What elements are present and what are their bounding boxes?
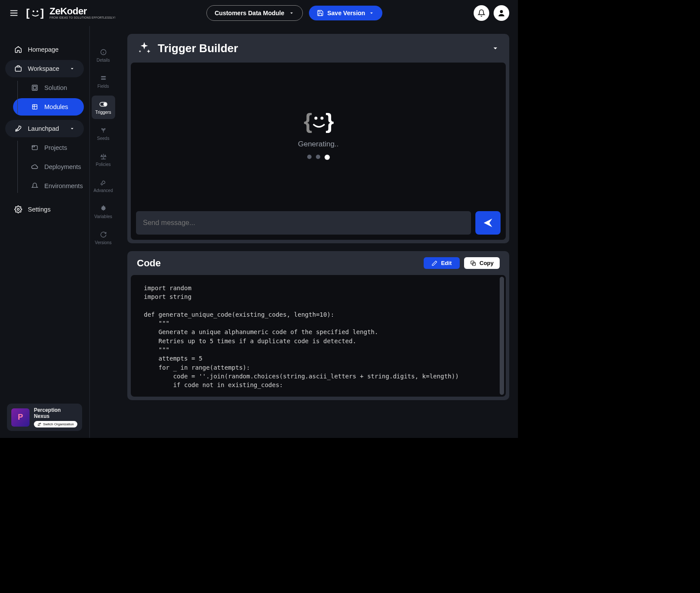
mini-tab-label: Versions xyxy=(95,240,111,245)
loading-dots xyxy=(307,155,330,160)
generating-status: { } Generating.. xyxy=(131,63,506,206)
save-version-button[interactable]: Save Version xyxy=(309,6,382,20)
code-panel: Code Edit Copy import random import stri… xyxy=(127,251,509,400)
sidebar-item-modules[interactable]: Modules xyxy=(13,98,84,116)
mini-tab-label: Fields xyxy=(97,84,109,89)
account-button[interactable] xyxy=(494,5,509,21)
folder-icon xyxy=(30,143,39,152)
svg-rect-20 xyxy=(101,76,106,77)
mini-tab-fields[interactable]: Fields xyxy=(92,70,115,93)
svg-point-26 xyxy=(314,117,317,120)
mini-tab-variables[interactable]: Variables xyxy=(92,200,115,223)
brand-subtitle: FROM IDEAS TO SOLUTIONS EFFORTLESSLY! xyxy=(50,17,115,20)
svg-point-16 xyxy=(17,209,20,211)
svg-text:[: [ xyxy=(26,7,30,19)
sidebar-item-homepage[interactable]: Homepage xyxy=(5,41,84,58)
sprout-icon xyxy=(100,126,107,134)
mini-tab-label: Advanced xyxy=(93,188,113,193)
trigger-builder-panel: Trigger Builder { } xyxy=(127,34,509,243)
caret-down-icon xyxy=(69,126,75,132)
svg-point-4 xyxy=(33,10,34,12)
svg-text:}: } xyxy=(325,109,334,133)
brand-mark-icon: [] xyxy=(26,7,45,19)
mini-tab-seeds[interactable]: Seeds xyxy=(92,122,115,145)
sparkle-icon xyxy=(137,41,152,56)
generating-text: Generating.. xyxy=(298,140,339,149)
sidebar-item-environments[interactable]: Environments xyxy=(13,177,84,195)
svg-rect-11 xyxy=(33,105,37,109)
sidebar-label: Homepage xyxy=(28,46,59,53)
send-button[interactable] xyxy=(475,211,501,235)
bell-icon xyxy=(478,9,485,17)
mini-tab-details[interactable]: Details xyxy=(92,43,115,67)
panel-title: Trigger Builder xyxy=(158,42,238,55)
save-icon xyxy=(317,10,324,17)
sidebar-item-deployments[interactable]: Deployments xyxy=(13,158,84,176)
sidebar: Homepage Workspace Solution xyxy=(0,26,89,438)
mini-tab-label: Triggers xyxy=(95,110,111,115)
module-select-dropdown[interactable]: Customers Data Module xyxy=(206,5,303,21)
svg-rect-21 xyxy=(101,78,106,80)
info-icon xyxy=(100,48,107,56)
pencil-icon xyxy=(431,260,438,266)
svg-point-5 xyxy=(36,10,38,12)
message-input[interactable] xyxy=(136,211,471,235)
save-button-label: Save Version xyxy=(327,10,365,17)
svg-text:{: { xyxy=(304,109,312,133)
sidebar-item-solution[interactable]: Solution xyxy=(13,79,84,96)
sidebar-item-settings[interactable]: Settings xyxy=(5,201,84,218)
sidebar-label: Solution xyxy=(44,84,67,91)
briefcase-icon xyxy=(14,64,23,73)
modules-icon xyxy=(30,103,39,111)
sidebar-item-launchpad[interactable]: Launchpad xyxy=(5,120,84,137)
svg-rect-15 xyxy=(32,146,34,147)
cloud-icon xyxy=(30,162,39,171)
scale-icon xyxy=(100,152,107,160)
topbar: [] ZeKoder FROM IDEAS TO SOLUTIONS EFFOR… xyxy=(0,0,518,26)
copy-label: Copy xyxy=(480,260,494,266)
puzzle-icon xyxy=(100,205,107,212)
svg-point-7 xyxy=(500,10,503,13)
sidebar-label: Launchpad xyxy=(28,125,59,132)
mini-tab-label: Policies xyxy=(96,162,110,167)
collapse-panel-button[interactable] xyxy=(491,44,500,53)
org-thumbnail: P xyxy=(11,408,30,427)
org-name: Perception Nexus xyxy=(34,407,78,419)
sidebar-label: Settings xyxy=(28,206,50,213)
copy-code-button[interactable]: Copy xyxy=(464,257,500,269)
caret-down-icon xyxy=(368,10,375,16)
swap-icon xyxy=(37,422,41,426)
mini-tab-label: Variables xyxy=(94,214,112,219)
sidebar-item-projects[interactable]: Projects xyxy=(13,139,84,156)
notifications-button[interactable] xyxy=(474,5,489,21)
wrench-icon xyxy=(100,179,107,186)
toggle-icon xyxy=(100,100,107,108)
refresh-icon xyxy=(100,231,107,239)
sidebar-label: Workspace xyxy=(28,65,59,72)
edit-code-button[interactable]: Edit xyxy=(424,257,460,269)
code-content: import random import string def generate… xyxy=(131,275,506,397)
switch-org-button[interactable]: Switch Organization xyxy=(34,421,77,427)
org-card: P Perception Nexus Switch Organization xyxy=(7,404,82,431)
sidebar-item-workspace[interactable]: Workspace xyxy=(5,60,84,77)
module-tabs-rail: Details Fields Triggers Seeds Policies A… xyxy=(89,26,117,438)
edit-label: Edit xyxy=(441,260,452,266)
mini-tab-triggers[interactable]: Triggers xyxy=(92,96,115,119)
fields-icon xyxy=(100,74,107,82)
caret-down-icon xyxy=(69,66,75,72)
mini-tab-policies[interactable]: Policies xyxy=(92,148,115,171)
bell-outline-icon xyxy=(30,182,39,190)
brand-logo: [] ZeKoder FROM IDEAS TO SOLUTIONS EFFOR… xyxy=(26,7,115,20)
mini-tab-label: Details xyxy=(96,58,110,63)
hamburger-menu-button[interactable] xyxy=(9,8,19,18)
send-icon xyxy=(482,217,494,229)
home-icon xyxy=(14,45,23,54)
svg-rect-10 xyxy=(33,86,36,89)
brand-title: ZeKoder xyxy=(50,7,115,16)
sidebar-label: Environments xyxy=(44,182,83,189)
mini-tab-advanced[interactable]: Advanced xyxy=(92,174,115,197)
mini-tab-versions[interactable]: Versions xyxy=(92,226,115,249)
sidebar-label: Modules xyxy=(44,103,68,110)
sidebar-label: Projects xyxy=(44,144,67,151)
svg-rect-8 xyxy=(15,67,21,71)
